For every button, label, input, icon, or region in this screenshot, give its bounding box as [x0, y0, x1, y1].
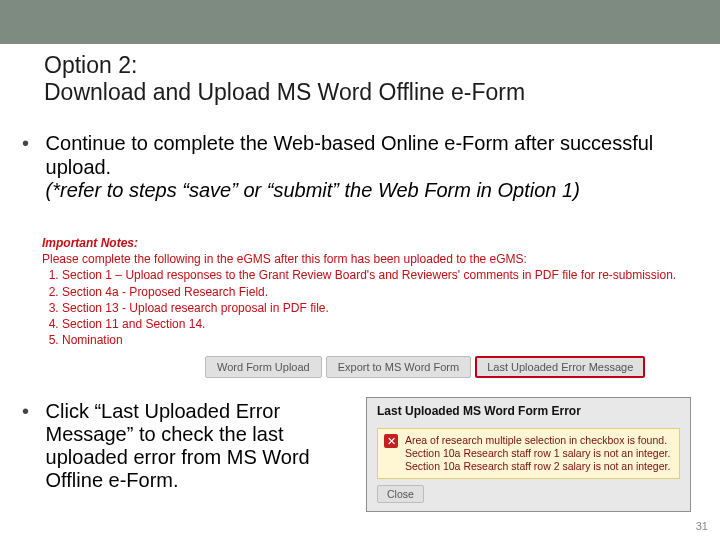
important-notes: Important Notes: Please complete the fol… — [42, 235, 690, 348]
note-item: Section 13 - Upload research proposal in… — [62, 300, 690, 316]
last-uploaded-error-button[interactable]: Last Uploaded Error Message — [475, 356, 645, 378]
bullet-dot: • — [22, 132, 40, 155]
note-item: Section 11 and Section 14. — [62, 316, 690, 332]
bullet1-note: (*refer to steps “save” or “submit” the … — [46, 179, 580, 201]
note-item: Nomination — [62, 332, 690, 348]
bullet-dot: • — [22, 400, 40, 423]
word-form-upload-button[interactable]: Word Form Upload — [205, 356, 322, 378]
dialog-close-button[interactable]: Close — [377, 485, 424, 503]
header-bar — [0, 0, 720, 44]
error-icon: ✕ — [384, 434, 398, 448]
bullet2-text: Click “Last Uploaded Error Message” to c… — [46, 400, 346, 492]
dialog-message-box: ✕ Area of research multiple selection in… — [377, 428, 680, 479]
bullet-item-1: • Continue to complete the Web-based Onl… — [22, 132, 702, 203]
note-item: Section 4a - Proposed Research Field. — [62, 284, 690, 300]
dialog-message-text: Area of research multiple selection in c… — [405, 434, 670, 473]
dialog-title: Last Uploaded MS Word Form Error — [367, 398, 690, 426]
bullet1-text: Continue to complete the Web-based Onlin… — [46, 132, 654, 178]
button-row: Word Form Upload Export to MS Word Form … — [205, 356, 645, 378]
note-item: Section 1 – Upload responses to the Gran… — [62, 267, 690, 283]
error-dialog: Last Uploaded MS Word Form Error ✕ Area … — [366, 397, 691, 512]
title-line2: Download and Upload MS Word Offline e-Fo… — [44, 79, 525, 105]
notes-intro: Please complete the following in the eGM… — [42, 251, 690, 267]
title-line1: Option 2: — [44, 52, 137, 78]
page-number: 31 — [696, 520, 708, 532]
msg-line: Area of research multiple selection in c… — [405, 434, 667, 446]
slide-title: Option 2: Download and Upload MS Word Of… — [44, 52, 525, 106]
msg-line: Section 10a Research staff row 2 salary … — [405, 460, 670, 472]
notes-heading: Important Notes: — [42, 235, 690, 251]
export-to-word-button[interactable]: Export to MS Word Form — [326, 356, 471, 378]
msg-line: Section 10a Research staff row 1 salary … — [405, 447, 670, 459]
